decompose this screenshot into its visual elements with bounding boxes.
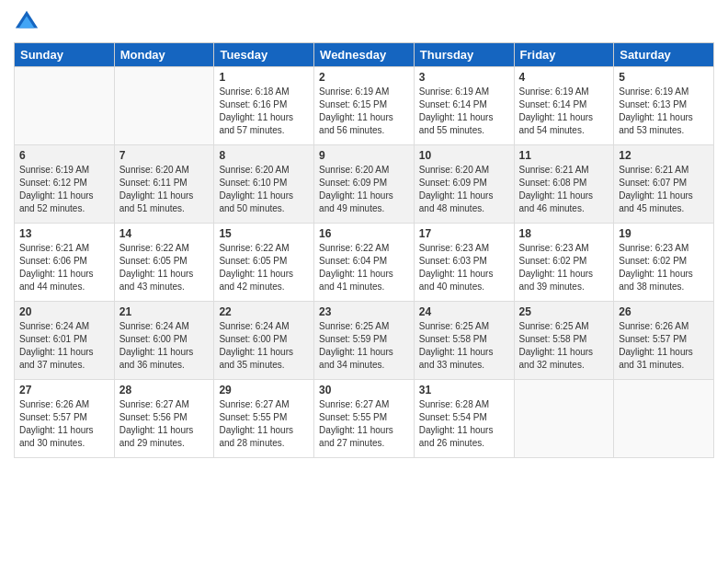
day-info: Sunrise: 6:23 AM Sunset: 6:02 PM Dayligh… xyxy=(519,242,609,293)
calendar-cell: 13Sunrise: 6:21 AM Sunset: 6:06 PM Dayli… xyxy=(15,224,115,302)
col-sunday: Sunday xyxy=(15,43,115,67)
day-info: Sunrise: 6:23 AM Sunset: 6:03 PM Dayligh… xyxy=(419,242,509,293)
day-info: Sunrise: 6:25 AM Sunset: 5:59 PM Dayligh… xyxy=(319,320,409,372)
day-number: 2 xyxy=(319,71,409,84)
day-number: 7 xyxy=(119,149,210,162)
calendar-cell: 22Sunrise: 6:24 AM Sunset: 6:00 PM Dayli… xyxy=(214,302,314,380)
calendar-week-1: 1Sunrise: 6:18 AM Sunset: 6:16 PM Daylig… xyxy=(15,67,714,145)
day-info: Sunrise: 6:24 AM Sunset: 6:00 PM Dayligh… xyxy=(219,320,309,372)
calendar-cell: 21Sunrise: 6:24 AM Sunset: 6:00 PM Dayli… xyxy=(114,302,214,380)
calendar-cell: 18Sunrise: 6:23 AM Sunset: 6:02 PM Dayli… xyxy=(514,224,614,302)
day-info: Sunrise: 6:20 AM Sunset: 6:11 PM Dayligh… xyxy=(119,164,210,215)
day-info: Sunrise: 6:27 AM Sunset: 5:55 PM Dayligh… xyxy=(319,398,409,450)
day-info: Sunrise: 6:28 AM Sunset: 5:54 PM Dayligh… xyxy=(419,398,509,450)
day-number: 21 xyxy=(119,305,210,318)
logo xyxy=(14,9,43,35)
day-number: 11 xyxy=(519,149,609,162)
day-info: Sunrise: 6:18 AM Sunset: 6:16 PM Dayligh… xyxy=(219,86,309,137)
col-wednesday: Wednesday xyxy=(314,43,415,67)
calendar-cell: 31Sunrise: 6:28 AM Sunset: 5:54 PM Dayli… xyxy=(414,380,514,458)
day-number: 23 xyxy=(319,305,409,318)
day-info: Sunrise: 6:21 AM Sunset: 6:07 PM Dayligh… xyxy=(619,164,709,215)
calendar-cell xyxy=(514,380,614,458)
calendar-cell: 30Sunrise: 6:27 AM Sunset: 5:55 PM Dayli… xyxy=(314,380,415,458)
calendar-cell: 2Sunrise: 6:19 AM Sunset: 6:15 PM Daylig… xyxy=(314,67,415,145)
day-number: 16 xyxy=(319,227,409,240)
day-number: 8 xyxy=(219,149,309,162)
col-monday: Monday xyxy=(114,43,214,67)
calendar-cell: 8Sunrise: 6:20 AM Sunset: 6:10 PM Daylig… xyxy=(214,145,314,224)
calendar-cell: 3Sunrise: 6:19 AM Sunset: 6:14 PM Daylig… xyxy=(414,67,514,145)
calendar-cell: 12Sunrise: 6:21 AM Sunset: 6:07 PM Dayli… xyxy=(614,145,714,224)
day-number: 26 xyxy=(619,305,709,318)
calendar-cell: 17Sunrise: 6:23 AM Sunset: 6:03 PM Dayli… xyxy=(414,224,514,302)
logo-icon xyxy=(14,9,40,35)
calendar: Sunday Monday Tuesday Wednesday Thursday… xyxy=(14,42,714,458)
calendar-cell: 27Sunrise: 6:26 AM Sunset: 5:57 PM Dayli… xyxy=(15,380,115,458)
day-number: 10 xyxy=(419,149,509,162)
day-number: 13 xyxy=(19,227,109,240)
day-info: Sunrise: 6:19 AM Sunset: 6:12 PM Dayligh… xyxy=(19,164,109,215)
day-number: 27 xyxy=(19,384,109,396)
calendar-cell: 26Sunrise: 6:26 AM Sunset: 5:57 PM Dayli… xyxy=(614,302,714,380)
day-number: 17 xyxy=(419,227,509,240)
day-number: 5 xyxy=(619,71,709,84)
day-number: 28 xyxy=(119,384,210,396)
calendar-cell: 23Sunrise: 6:25 AM Sunset: 5:59 PM Dayli… xyxy=(314,302,415,380)
calendar-week-4: 20Sunrise: 6:24 AM Sunset: 6:01 PM Dayli… xyxy=(15,302,714,380)
calendar-cell: 11Sunrise: 6:21 AM Sunset: 6:08 PM Dayli… xyxy=(514,145,614,224)
header xyxy=(14,9,714,35)
day-info: Sunrise: 6:26 AM Sunset: 5:57 PM Dayligh… xyxy=(19,398,109,450)
calendar-cell: 14Sunrise: 6:22 AM Sunset: 6:05 PM Dayli… xyxy=(114,224,214,302)
day-info: Sunrise: 6:20 AM Sunset: 6:09 PM Dayligh… xyxy=(419,164,509,215)
day-info: Sunrise: 6:20 AM Sunset: 6:09 PM Dayligh… xyxy=(319,164,409,215)
day-number: 29 xyxy=(219,384,309,396)
day-info: Sunrise: 6:23 AM Sunset: 6:02 PM Dayligh… xyxy=(619,242,709,293)
calendar-cell: 5Sunrise: 6:19 AM Sunset: 6:13 PM Daylig… xyxy=(614,67,714,145)
day-info: Sunrise: 6:19 AM Sunset: 6:14 PM Dayligh… xyxy=(519,86,609,137)
day-number: 14 xyxy=(119,227,210,240)
day-number: 3 xyxy=(419,71,509,84)
day-info: Sunrise: 6:22 AM Sunset: 6:05 PM Dayligh… xyxy=(219,242,309,293)
calendar-cell: 10Sunrise: 6:20 AM Sunset: 6:09 PM Dayli… xyxy=(414,145,514,224)
day-info: Sunrise: 6:25 AM Sunset: 5:58 PM Dayligh… xyxy=(419,320,509,372)
calendar-cell: 20Sunrise: 6:24 AM Sunset: 6:01 PM Dayli… xyxy=(15,302,115,380)
calendar-cell: 19Sunrise: 6:23 AM Sunset: 6:02 PM Dayli… xyxy=(614,224,714,302)
calendar-cell: 15Sunrise: 6:22 AM Sunset: 6:05 PM Dayli… xyxy=(214,224,314,302)
day-info: Sunrise: 6:19 AM Sunset: 6:14 PM Dayligh… xyxy=(419,86,509,137)
day-number: 15 xyxy=(219,227,309,240)
day-number: 25 xyxy=(519,305,609,318)
day-number: 22 xyxy=(219,305,309,318)
calendar-week-5: 27Sunrise: 6:26 AM Sunset: 5:57 PM Dayli… xyxy=(15,380,714,458)
day-info: Sunrise: 6:22 AM Sunset: 6:04 PM Dayligh… xyxy=(319,242,409,293)
calendar-cell: 29Sunrise: 6:27 AM Sunset: 5:55 PM Dayli… xyxy=(214,380,314,458)
day-number: 24 xyxy=(419,305,509,318)
day-info: Sunrise: 6:21 AM Sunset: 6:08 PM Dayligh… xyxy=(519,164,609,215)
day-info: Sunrise: 6:19 AM Sunset: 6:13 PM Dayligh… xyxy=(619,86,709,137)
calendar-cell: 28Sunrise: 6:27 AM Sunset: 5:56 PM Dayli… xyxy=(114,380,214,458)
col-tuesday: Tuesday xyxy=(214,43,314,67)
calendar-week-3: 13Sunrise: 6:21 AM Sunset: 6:06 PM Dayli… xyxy=(15,224,714,302)
calendar-cell: 25Sunrise: 6:25 AM Sunset: 5:58 PM Dayli… xyxy=(514,302,614,380)
day-info: Sunrise: 6:27 AM Sunset: 5:55 PM Dayligh… xyxy=(219,398,309,450)
calendar-cell: 1Sunrise: 6:18 AM Sunset: 6:16 PM Daylig… xyxy=(214,67,314,145)
col-friday: Friday xyxy=(514,43,614,67)
day-number: 12 xyxy=(619,149,709,162)
calendar-cell: 7Sunrise: 6:20 AM Sunset: 6:11 PM Daylig… xyxy=(114,145,214,224)
day-number: 9 xyxy=(319,149,409,162)
page: Sunday Monday Tuesday Wednesday Thursday… xyxy=(0,0,728,563)
calendar-cell: 9Sunrise: 6:20 AM Sunset: 6:09 PM Daylig… xyxy=(314,145,415,224)
day-info: Sunrise: 6:27 AM Sunset: 5:56 PM Dayligh… xyxy=(119,398,210,450)
col-thursday: Thursday xyxy=(414,43,514,67)
day-info: Sunrise: 6:25 AM Sunset: 5:58 PM Dayligh… xyxy=(519,320,609,372)
calendar-cell: 24Sunrise: 6:25 AM Sunset: 5:58 PM Dayli… xyxy=(414,302,514,380)
day-number: 19 xyxy=(619,227,709,240)
calendar-header-row: Sunday Monday Tuesday Wednesday Thursday… xyxy=(15,43,714,67)
day-info: Sunrise: 6:21 AM Sunset: 6:06 PM Dayligh… xyxy=(19,242,109,293)
calendar-cell: 4Sunrise: 6:19 AM Sunset: 6:14 PM Daylig… xyxy=(514,67,614,145)
day-info: Sunrise: 6:20 AM Sunset: 6:10 PM Dayligh… xyxy=(219,164,309,215)
calendar-cell: 6Sunrise: 6:19 AM Sunset: 6:12 PM Daylig… xyxy=(15,145,115,224)
day-number: 4 xyxy=(519,71,609,84)
day-number: 6 xyxy=(19,149,109,162)
day-info: Sunrise: 6:26 AM Sunset: 5:57 PM Dayligh… xyxy=(619,320,709,372)
